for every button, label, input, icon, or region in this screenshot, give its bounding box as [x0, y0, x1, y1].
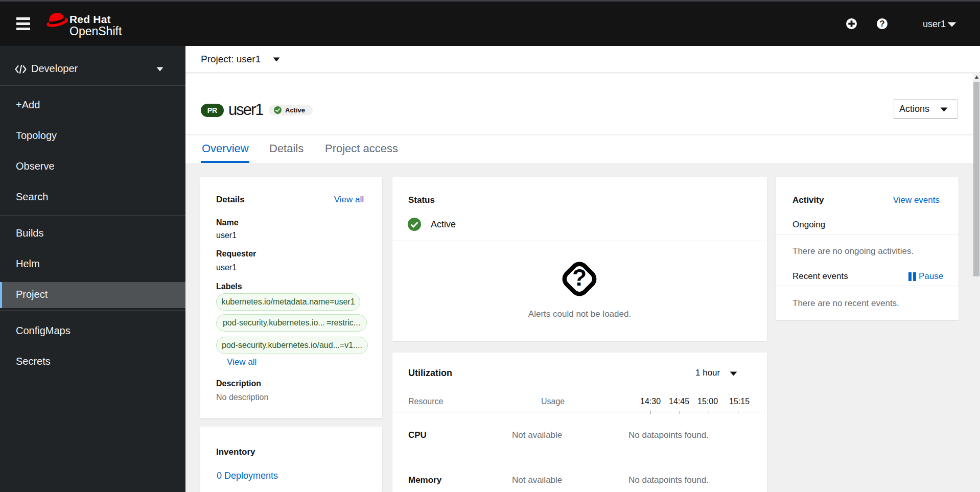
svg-text:?: ? [572, 264, 587, 291]
svg-text:?: ? [879, 19, 884, 29]
